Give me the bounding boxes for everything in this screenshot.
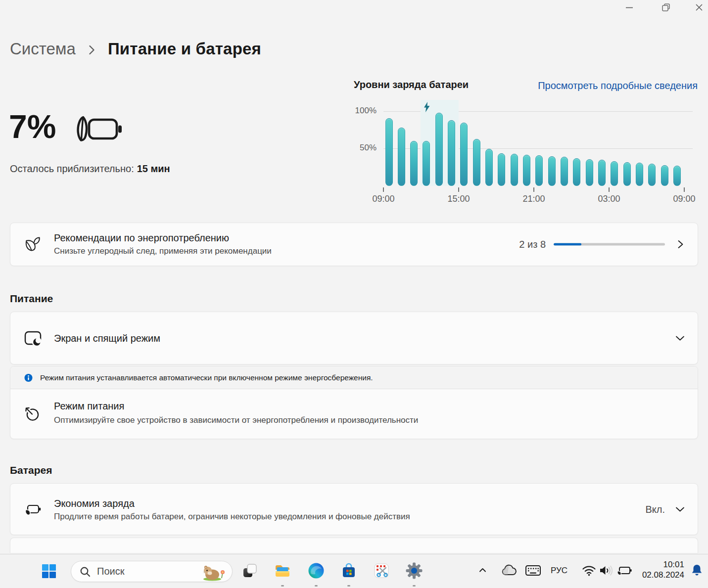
bell-icon [691,563,703,577]
wifi-icon [582,565,596,576]
gear-icon [406,562,423,579]
screen-sleep-title: Экран и спящий режим [54,332,160,344]
close-button[interactable] [695,3,704,12]
search-input[interactable]: Поиск [71,561,233,582]
recommendations-progress-label: 2 из 8 [519,239,546,250]
x-axis-tick [383,187,384,192]
battery-chart-plot: 100% 50% 09:0015:0021:0003:0009:00 [354,98,699,206]
battery-saver-icon [24,502,41,517]
cloud-icon [501,564,517,577]
tray-time: 10:01 [642,559,684,570]
x-axis-tick [609,187,610,192]
wifi-button[interactable] [582,565,596,576]
battery-level-bar [460,123,468,186]
y-axis-label: 50% [354,143,377,153]
info-icon [24,373,33,382]
file-explorer-button[interactable] [274,562,291,580]
snipping-tool-button[interactable] [373,562,390,580]
settings-button[interactable] [405,562,423,580]
task-view-icon [241,562,258,579]
microsoft-store-button[interactable] [340,562,358,580]
battery-level-bar [598,160,606,186]
x-axis-label: 03:00 [598,194,620,204]
app-running-indicator [281,585,284,587]
power-mode-subtitle: Оптимизируйте свое устройство в зависимо… [54,415,418,425]
task-view-button[interactable] [241,562,259,580]
tray-battery-button[interactable] [616,565,632,576]
touch-keyboard-button[interactable] [525,564,541,577]
clock[interactable]: 10:01 02.08.2024 [642,559,684,580]
notifications-button[interactable] [691,563,703,577]
battery-level-bar [435,113,443,186]
start-button[interactable] [42,564,56,578]
eco-leaves-icon [24,236,41,253]
battery-level-bar [410,141,418,186]
taskbar: Поиск [0,554,708,588]
battery-level-bar [573,158,580,186]
battery-percent: 7% [9,108,56,145]
screen-sleep-card[interactable]: Экран и спящий режим [10,312,698,364]
page-title: Питание и батарея [108,40,261,58]
chevron-right-icon[interactable] [676,240,685,249]
search-placeholder: Поиск [97,561,124,582]
power-mode-group: Режим питания устанавливается автоматиче… [10,366,698,439]
volume-button[interactable] [599,564,614,577]
minimize-button[interactable] [625,3,634,12]
file-explorer-icon [274,562,291,580]
battery-level-bar [498,153,505,186]
language-indicator[interactable]: РУС [551,566,567,576]
minimize-icon [625,3,634,12]
battery-saver-subtitle: Продлите время работы батареи, ограничив… [54,512,410,522]
settings-window: Система Питание и батарея 7% Осталось пр… [0,0,708,588]
search-icon [80,566,91,578]
power-mode-banner: Режим питания устанавливается автоматиче… [10,366,698,389]
battery-saver-card[interactable]: Экономия заряда Продлите время работы ба… [10,483,698,535]
search-highlight-image[interactable] [201,563,226,583]
x-axis-label: 09:00 [673,194,695,204]
battery-level-bar [561,157,568,186]
next-card-partial[interactable] [10,538,698,553]
battery-level-bar [661,165,668,186]
battery-saver-value[interactable]: Вкл. [645,503,665,515]
remaining-label: Осталось приблизительно: [10,163,134,174]
speaker-icon [599,564,614,577]
keyboard-icon [525,564,541,577]
x-axis-label: 21:00 [522,194,545,204]
recommendations-title: Рекомендации по энергопотреблению [54,232,229,244]
power-mode-banner-text: Режим питания устанавливается автоматиче… [40,373,373,382]
tray-date: 02.08.2024 [642,570,684,580]
chevron-up-icon [479,567,486,573]
app-running-indicator [315,585,318,587]
battery-level-chart: Уровни заряда батареи Просмотреть подроб… [354,79,699,205]
edge-button[interactable] [307,562,325,580]
power-mode-row[interactable]: Режим питания Оптимизируйте свое устройс… [10,389,698,439]
chevron-down-icon[interactable] [675,506,685,512]
onedrive-button[interactable] [501,564,517,577]
breadcrumb-system[interactable]: Система [10,40,76,58]
battery-level-bar [423,141,430,186]
battery-level-bar [511,154,518,186]
restore-button[interactable] [661,3,670,12]
recommendations-progress-bar [554,243,665,246]
breadcrumb: Система Питание и батарея [10,40,261,58]
chevron-down-icon[interactable] [675,335,685,341]
close-icon [695,3,704,12]
windows-start-icon [42,564,48,571]
see-details-link[interactable]: Просмотреть подробные сведения [538,80,698,91]
battery-level-bar [636,163,643,186]
snipping-tool-icon [373,562,390,579]
battery-level-bar [611,161,618,186]
battery-saver-title: Экономия заряда [54,498,135,509]
battery-level-bar [673,166,681,186]
remaining-time: Осталось приблизительно:15 мин [10,163,170,175]
battery-saver-tray-icon [616,565,632,576]
app-running-indicator [347,585,350,587]
tray-overflow-button[interactable] [479,567,486,573]
app-running-indicator [413,585,416,587]
screen-sleep-icon [24,330,42,346]
battery-saver-hero-icon [75,115,123,145]
section-power: Питание [10,293,53,305]
energy-recommendations-card[interactable]: Рекомендации по энергопотреблению Снизьт… [10,223,698,266]
battery-level-bar [535,155,543,186]
battery-level-bar [473,139,480,186]
